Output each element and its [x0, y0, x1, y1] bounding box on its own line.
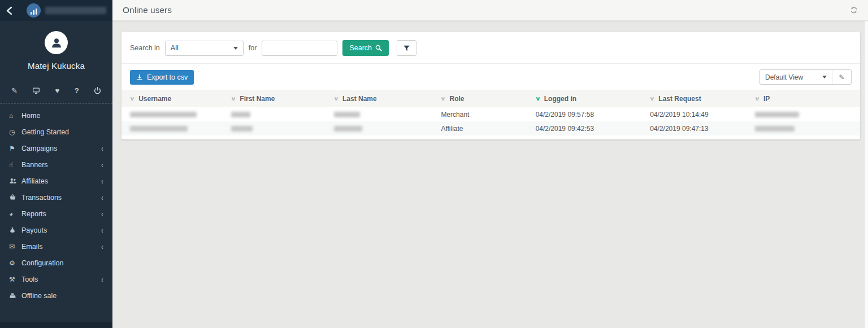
for-label: for	[249, 44, 257, 52]
filter-button[interactable]	[397, 40, 416, 56]
redacted-value	[755, 126, 795, 132]
chevron-down-icon	[822, 76, 827, 78]
tools-icon: ⚒	[9, 275, 21, 283]
power-icon[interactable]	[94, 87, 101, 94]
sidebar-item-payouts[interactable]: Payouts‹	[0, 222, 112, 238]
sort-chevron-icon: ∨	[649, 95, 656, 102]
column-header-last-request[interactable]: ∨Last Request	[646, 90, 752, 107]
chevron-left-icon: ‹	[101, 209, 103, 218]
column-header-role[interactable]: ∨Role	[437, 90, 532, 107]
sort-chevron-icon: ∨	[129, 95, 136, 102]
page-header: Online users	[112, 0, 868, 21]
refresh-icon[interactable]	[850, 6, 858, 14]
search-row: Search in All for Search	[121, 32, 860, 64]
search-in-select[interactable]: All	[165, 41, 244, 56]
cell-username	[121, 107, 228, 121]
sidebar-item-configuration[interactable]: ⚙Configuration	[0, 255, 112, 271]
sidebar-item-home[interactable]: ⌂Home	[0, 107, 112, 124]
sidebar-item-tools[interactable]: ⚒Tools‹	[0, 271, 112, 287]
sort-chevron-icon: ∨	[754, 95, 761, 102]
view-select[interactable]: Default View	[760, 70, 832, 84]
avatar[interactable]	[45, 31, 68, 54]
column-label: Username	[138, 95, 171, 103]
redacted-value	[334, 126, 362, 132]
content: Search in All for Search Export	[112, 21, 868, 328]
banners-icon: ☝	[9, 161, 21, 169]
sidebar-item-getting-started[interactable]: ◷Getting Started	[0, 124, 112, 140]
table-row[interactable]: Affiliate04/2/2019 09:42:5304/2/2019 09:…	[121, 121, 860, 135]
search-term-input[interactable]	[262, 41, 337, 56]
column-label: First Name	[240, 95, 275, 103]
offline-sale-icon	[9, 292, 21, 299]
chevron-left-icon: ‹	[101, 176, 103, 186]
export-to-csv-button[interactable]: Export to csv	[130, 70, 194, 85]
table-header-row: ∨Username∨First Name∨Last Name∨Role∨Logg…	[121, 90, 860, 107]
cell-ip	[752, 107, 860, 121]
sidebar-item-label: Getting Started	[21, 128, 103, 136]
sidebar-item-label: Reports	[21, 210, 101, 218]
column-label: IP	[763, 95, 770, 103]
sidebar-item-offline-sale[interactable]: Offline sale	[0, 287, 112, 304]
emails-icon: ✉	[9, 243, 21, 251]
column-label: Logged in	[544, 95, 576, 103]
getting-started-icon: ◷	[9, 128, 21, 136]
collapse-sidebar-icon[interactable]	[6, 6, 13, 15]
configuration-icon: ⚙	[9, 259, 21, 267]
column-header-logged-in[interactable]: ∨Logged in	[532, 90, 647, 107]
redacted-value	[130, 112, 197, 117]
column-label: Last Request	[658, 95, 701, 103]
cell-logged-in: 04/2/2019 09:42:53	[532, 121, 647, 135]
home-icon: ⌂	[9, 112, 21, 120]
sidebar-item-label: Transactions	[21, 194, 101, 202]
export-button-label: Export to csv	[147, 73, 188, 81]
actions-row: Export to csv Default View ✎	[121, 64, 860, 90]
brand-name-redacted	[45, 7, 106, 14]
page-title: Online users	[123, 5, 172, 15]
quick-icons-row: ✎♥?	[0, 85, 112, 95]
monitor-icon[interactable]	[32, 87, 40, 94]
pencil-icon[interactable]: ✎	[11, 87, 18, 94]
online-users-card: Search in All for Search Export	[121, 32, 860, 139]
sidebar-item-label: Emails	[21, 243, 101, 251]
chevron-down-icon	[233, 47, 238, 50]
column-header-ip[interactable]: ∨IP	[752, 90, 860, 107]
chevron-left-icon: ‹	[101, 143, 103, 153]
column-header-first-name[interactable]: ∨First Name	[228, 90, 331, 107]
sidebar-item-emails[interactable]: ✉Emails‹	[0, 238, 112, 255]
filter-funnel-icon	[403, 45, 410, 52]
sidebar-item-label: Tools	[21, 275, 101, 283]
column-label: Role	[450, 95, 465, 103]
search-button[interactable]: Search	[342, 40, 389, 56]
sidebar: Matej Kukucka ✎♥? ⌂Home◷Getting Started⚑…	[0, 0, 112, 328]
cell-first-name	[228, 107, 331, 121]
scrollbar-track[interactable]	[864, 0, 868, 328]
table-row[interactable]: Merchant04/2/2019 09:57:5804/2/2019 10:1…	[121, 107, 860, 121]
sidebar-item-label: Offline sale	[21, 292, 103, 300]
redacted-value	[755, 112, 799, 117]
heart-icon[interactable]: ♥	[55, 87, 60, 94]
help-icon[interactable]: ?	[75, 87, 79, 94]
transactions-icon	[9, 194, 21, 201]
brand[interactable]	[27, 3, 106, 18]
chevron-left-icon: ‹	[101, 225, 103, 235]
chevron-left-icon: ‹	[101, 242, 103, 251]
sidebar-item-reports[interactable]: ◕Reports‹	[0, 205, 112, 222]
edit-view-button[interactable]: ✎	[832, 70, 851, 84]
user-profile: Matej Kukucka	[0, 21, 112, 71]
column-header-last-name[interactable]: ∨Last Name	[331, 90, 438, 107]
card-bottom-pad	[121, 135, 860, 139]
pencil-icon: ✎	[839, 73, 844, 81]
view-control: Default View ✎	[760, 69, 852, 85]
sidebar-item-affiliates[interactable]: Affiliates‹	[0, 173, 112, 189]
chevron-left-icon: ‹	[101, 193, 103, 202]
search-in-value: All	[171, 44, 233, 52]
cell-ip	[752, 121, 860, 135]
sort-chevron-icon: ∨	[231, 95, 237, 102]
cell-first-name	[228, 121, 331, 135]
sidebar-item-label: Banners	[21, 161, 101, 169]
sidebar-item-banners[interactable]: ☝Banners‹	[0, 156, 112, 173]
sidebar-item-campaigns[interactable]: ⚑Campaigns‹	[0, 140, 112, 156]
column-header-username[interactable]: ∨Username	[121, 90, 228, 107]
sidebar-item-transactions[interactable]: Transactions‹	[0, 189, 112, 205]
cell-logged-in: 04/2/2019 09:57:58	[532, 107, 647, 121]
